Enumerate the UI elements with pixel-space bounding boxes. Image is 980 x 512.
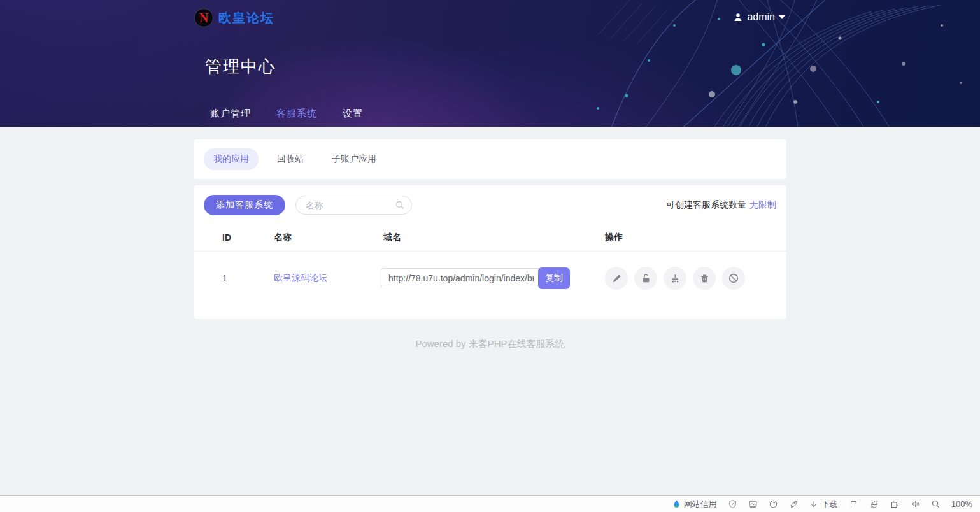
- search-field: [295, 196, 412, 215]
- powered-by-text: Powered by 来客PHP在线客服系统: [0, 338, 980, 350]
- user-name: admin: [747, 11, 775, 23]
- table-row: 1 欧皇源码论坛 复制: [194, 252, 786, 306]
- speaker-icon: [911, 499, 920, 509]
- zoom-value: 100%: [951, 499, 972, 509]
- page-header: N 欧皇论坛 admin 管理中心 账户管理 客服系统 设置: [0, 0, 980, 127]
- download-arrow-icon: [809, 500, 818, 509]
- ban-icon: [728, 273, 739, 284]
- main-card: 添加客服系统 可创建客服系统数量无限制 ID 名称 域名 操作 1 欧皇源码论坛: [194, 185, 786, 319]
- toolbar: 添加客服系统 可创建客服系统数量无限制: [194, 185, 786, 225]
- volume-button[interactable]: [911, 499, 920, 509]
- images-toggle-button[interactable]: [748, 499, 758, 509]
- download-item[interactable]: 下载: [809, 499, 838, 510]
- column-header-id: ID: [194, 225, 274, 252]
- tab-my-apps[interactable]: 我的应用: [204, 148, 259, 170]
- add-service-button[interactable]: 添加客服系统: [204, 195, 285, 215]
- trash-icon: [699, 273, 710, 284]
- tab-subaccount-apps[interactable]: 子账户应用: [322, 148, 386, 170]
- quota-value-link[interactable]: 无限制: [749, 199, 776, 210]
- browser-status-bar: 网站信用 下载: [0, 495, 980, 512]
- delete-button[interactable]: [693, 267, 716, 290]
- quota-info: 可创建客服系统数量无限制: [666, 199, 776, 211]
- flag-icon: [849, 499, 858, 509]
- logo-text: 欧皇论坛: [218, 10, 274, 27]
- row-actions: [605, 267, 786, 290]
- windows-icon: [890, 499, 900, 509]
- magnifier-icon: [931, 499, 941, 509]
- service-name-link[interactable]: 欧皇源码论坛: [274, 273, 327, 283]
- ie-icon: [869, 499, 879, 509]
- header-tabs: 账户管理 客服系统 设置: [210, 108, 980, 127]
- user-menu[interactable]: admin: [733, 11, 785, 23]
- chevron-down-icon: [779, 15, 785, 19]
- logo[interactable]: N 欧皇论坛: [0, 0, 980, 27]
- feedback-button[interactable]: [849, 499, 858, 509]
- lock-icon: [641, 273, 651, 284]
- security-shield-button[interactable]: [728, 499, 737, 509]
- image-icon: [748, 499, 758, 509]
- tab-customer-service[interactable]: 客服系统: [276, 108, 317, 127]
- quota-label: 可创建客服系统数量: [666, 199, 746, 210]
- logo-icon: N: [194, 8, 213, 27]
- user-icon: [733, 12, 743, 22]
- rocket-icon: [789, 499, 799, 509]
- broom-icon: [670, 273, 681, 284]
- site-credit-item[interactable]: 网站信用: [672, 499, 717, 510]
- droplet-icon: [672, 499, 681, 509]
- gauge-icon: [769, 499, 778, 509]
- app-tabs-card: 我的应用 回收站 子账户应用: [194, 139, 786, 179]
- lock-button[interactable]: [634, 267, 657, 290]
- column-header-actions: 操作: [605, 225, 786, 252]
- search-icon: [395, 200, 405, 210]
- tab-settings[interactable]: 设置: [343, 108, 363, 127]
- table-header-row: ID 名称 域名 操作: [194, 225, 786, 252]
- ie-mode-button[interactable]: [869, 499, 879, 509]
- page-find-button[interactable]: [931, 499, 941, 509]
- service-table: ID 名称 域名 操作 1 欧皇源码论坛 复制: [194, 225, 786, 305]
- ban-button[interactable]: [722, 267, 745, 290]
- speed-mode-button[interactable]: [769, 499, 778, 509]
- copy-button[interactable]: 复制: [538, 267, 570, 289]
- tab-recycle-bin[interactable]: 回收站: [267, 148, 313, 170]
- window-mode-button[interactable]: [890, 499, 900, 509]
- zoom-level[interactable]: 100%: [951, 499, 972, 509]
- column-header-name: 名称: [274, 225, 383, 252]
- download-label: 下载: [821, 499, 838, 510]
- shield-icon: [728, 499, 737, 509]
- boost-button[interactable]: [789, 499, 799, 509]
- clean-button[interactable]: [664, 267, 686, 290]
- site-credit-label: 网站信用: [684, 499, 717, 510]
- pencil-icon: [611, 273, 622, 284]
- domain-field: 复制: [381, 268, 569, 288]
- column-header-domain: 域名: [383, 225, 605, 252]
- tab-account-management[interactable]: 账户管理: [210, 108, 251, 127]
- page-title: 管理中心: [205, 55, 980, 78]
- edit-button[interactable]: [605, 267, 628, 290]
- cell-id: 1: [194, 252, 274, 306]
